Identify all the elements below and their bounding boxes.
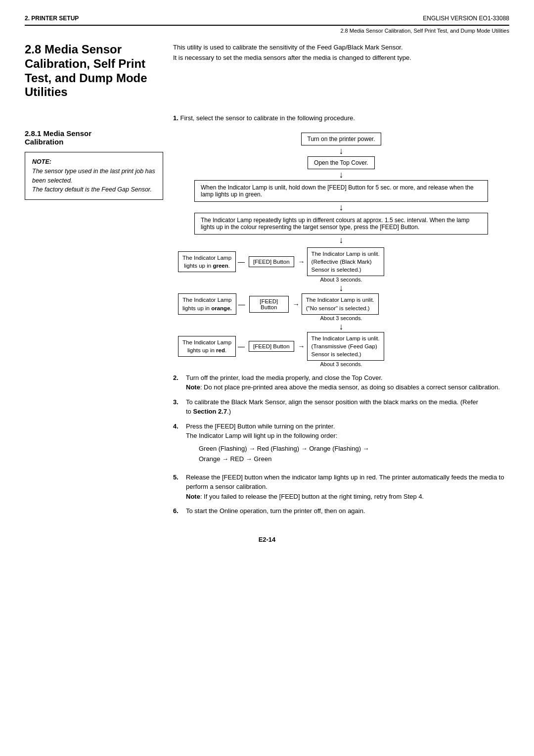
section-title: 2.8 Media Sensor Calibration, Self Print… (25, 43, 163, 99)
step-3: 3. To calibrate the Black Mark Sensor, a… (173, 397, 509, 417)
step3-text2: .) (227, 408, 231, 415)
arrow-4: ↓ (339, 236, 344, 244)
step6-num: 6. (173, 506, 183, 516)
step-2: 2. Turn off the printer, load the media … (173, 373, 509, 392)
branch1-right: The Indicator Lamp is unlit.(Reflective … (307, 247, 384, 276)
note-title: NOTE: (32, 157, 156, 167)
main-content: 2.8.1 Media Sensor Calibration NOTE: The… (25, 114, 509, 520)
branch3-mid: [FEED] Button (249, 341, 294, 352)
title-line1: Media Sensor (44, 43, 122, 56)
top-header: 2. PRINTER SETUP ENGLISH VERSION EO1-330… (25, 15, 509, 26)
step5-body: Release the [FEED] button when the indic… (186, 472, 509, 502)
title-line4: Utilities (25, 85, 68, 98)
branch1-seconds: About 3 seconds. (178, 277, 504, 283)
step3-body: To calibrate the Black Mark Sensor, alig… (186, 397, 509, 417)
branch2-seconds: About 3 seconds. (178, 315, 504, 321)
branch-3: The Indicator Lamplights up in red. — [F… (178, 332, 504, 361)
intro-line2: It is necessary to set the media sensors… (173, 54, 411, 61)
flow-box-4-text: The Indicator Lamp repeatedly lights up … (201, 217, 469, 231)
intro-text: This utility is used to calibrate the se… (173, 43, 509, 104)
step5-note-text: : If you failed to release the [FEED] bu… (200, 493, 424, 500)
branch2-arrow-right: → (293, 300, 300, 308)
subsection-name-line1: Media Sensor (44, 129, 92, 138)
indicator-seq: Green (Flashing) → Red (Flashing) → Oran… (199, 444, 509, 465)
arrow-branch2: ↓ (178, 322, 504, 331)
step1-intro-text: First, select the sensor to calibrate in… (180, 114, 355, 122)
branch1-seconds-text: About 3 seconds. (320, 277, 362, 283)
step4-text: Press the [FEED] Button while turning on… (186, 423, 335, 430)
top-section: 2.8 Media Sensor Calibration, Self Print… (25, 43, 509, 104)
note-line2: The factory default is the Feed Gap Sens… (32, 186, 152, 193)
step-6: 6. To start the Online operation, turn t… (173, 506, 509, 516)
step2-num: 2. (173, 373, 183, 392)
note-box: NOTE: The sensor type used in the last p… (25, 152, 163, 200)
note-text: The sensor type used in the last print j… (32, 167, 156, 194)
branch-section: The Indicator Lamplights up in green. — … (178, 247, 504, 368)
step3-bold: Section 2.7 (193, 408, 227, 415)
branch3-mid-text: [FEED] Button (253, 343, 290, 349)
arrow-1: ↓ (339, 146, 344, 155)
title-line3: Test, and Dump Mode (25, 71, 147, 85)
flow-box-3-text: When the Indicator Lamp is unlit, hold d… (201, 184, 474, 198)
left-column: 2.8.1 Media Sensor Calibration NOTE: The… (25, 114, 173, 520)
step5-note-bold: Note (186, 493, 200, 500)
branch3-right: The Indicator Lamp is unlit.(Transmissiv… (307, 332, 384, 361)
branch-2: The Indicator Lamplights up in orange. —… (178, 293, 504, 314)
intro-line1: This utility is used to calibrate the se… (173, 44, 403, 51)
right-column: 1. First, select the sensor to calibrate… (173, 114, 509, 520)
step4-body: Press the [FEED] Button while turning on… (186, 422, 509, 468)
flow-box-2-text: Open the Top Cover. (314, 159, 368, 166)
step3-num: 3. (173, 397, 183, 417)
arrow-2: ↓ (339, 170, 344, 179)
step-5: 5. Release the [FEED] button when the in… (173, 472, 509, 502)
branch1-arrow-mid: — (238, 258, 245, 266)
flow-box-3: When the Indicator Lamp is unlit, hold d… (194, 180, 488, 202)
page-number: E2-14 (259, 536, 276, 543)
branch3-left: The Indicator Lamplights up in red. (178, 336, 236, 357)
section-title-block: 2.8 Media Sensor Calibration, Self Print… (25, 43, 173, 104)
branch3-seconds-text: About 3 seconds. (320, 361, 362, 367)
branch-1: The Indicator Lamplights up in green. — … (178, 247, 504, 276)
step4-seq-intro: The Indicator Lamp will light up in the … (186, 432, 337, 439)
title-line2: Calibration, Self Print (25, 57, 145, 70)
seq1: Green (Flashing) → Red (Flashing) → Oran… (199, 445, 369, 452)
page: 2. PRINTER SETUP ENGLISH VERSION EO1-330… (0, 0, 534, 756)
branch2-seconds-text: About 3 seconds. (320, 315, 362, 321)
subsection-title: 2.8.1 Media Sensor Calibration (25, 129, 163, 146)
flowchart: Turn on the printer power. ↓ Open the To… (173, 128, 509, 373)
flow-box-1-text: Turn on the printer power. (308, 136, 375, 142)
step6-text: To start the Online operation, turn the … (186, 507, 365, 515)
arrow-3: ↓ (339, 203, 344, 212)
branch3-arrow-mid: — (238, 342, 245, 350)
note-line1: The sensor type used in the last print j… (32, 168, 155, 184)
branch1-arrow-right: → (298, 258, 305, 266)
step1-intro: 1. First, select the sensor to calibrate… (173, 114, 509, 122)
seq2: Orange → RED → Green (199, 455, 271, 463)
section-label: 2. PRINTER SETUP (25, 15, 79, 22)
step2-text: Turn off the printer, load the media pro… (186, 374, 383, 381)
branch2-arrow-mid: — (238, 300, 245, 308)
sub-header-text: 2.8 Media Sensor Calibration, Self Print… (340, 28, 509, 34)
step4-num: 4. (173, 422, 183, 468)
step5-text: Release the [FEED] button when the indic… (186, 473, 504, 491)
sub-header: 2.8 Media Sensor Calibration, Self Print… (25, 28, 509, 34)
branch1-mid-text: [FEED] Button (253, 259, 290, 265)
branch2-right: The Indicator Lamp is unlit.("No sensor"… (302, 293, 379, 314)
page-footer: E2-14 (25, 536, 509, 543)
flow-box-1: Turn on the printer power. (301, 133, 382, 145)
branch3-seconds: About 3 seconds. (178, 361, 504, 367)
subsection-name-line2: Calibration (25, 138, 63, 146)
section-number: 2.8 (25, 43, 41, 56)
flow-center-col: Turn on the printer power. ↓ Open the To… (178, 133, 504, 368)
branch1-mid: [FEED] Button (249, 256, 294, 267)
step5-num: 5. (173, 472, 183, 502)
branch1-left: The Indicator Lamplights up in green. (178, 251, 236, 272)
steps-list: 2. Turn off the printer, load the media … (173, 373, 509, 516)
step2-note-text: : Do not place pre-printed area above th… (200, 383, 500, 391)
flow-box-2: Open the Top Cover. (308, 156, 375, 169)
branch2-mid: [FEED]Button (249, 296, 289, 313)
step-4: 4. Press the [FEED] Button while turning… (173, 422, 509, 468)
version-label: ENGLISH VERSION EO1-33088 (423, 15, 509, 22)
step6-body: To start the Online operation, turn the … (186, 506, 509, 516)
step2-body: Turn off the printer, load the media pro… (186, 373, 509, 392)
